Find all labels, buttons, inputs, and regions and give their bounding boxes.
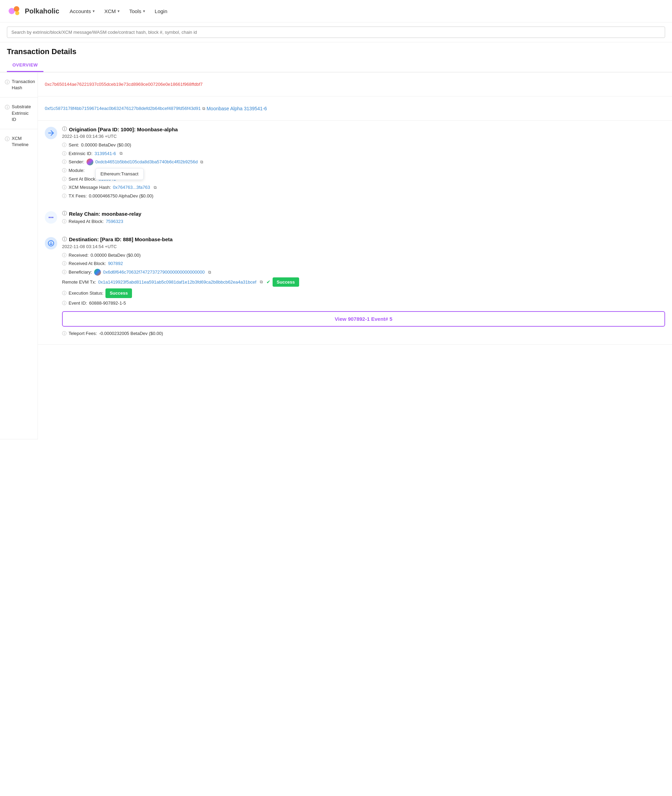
substrate-extrinsic-cell: 0xf1c5873178f4bb71596714eac0b632476127b8… bbox=[38, 96, 672, 121]
nav-accounts[interactable]: Accounts ▼ bbox=[66, 6, 99, 16]
relay-help-icon[interactable]: ⓘ bbox=[62, 211, 67, 217]
copy-beneficiary-icon[interactable]: ⧉ bbox=[208, 269, 211, 275]
tools-arrow-icon: ▼ bbox=[142, 9, 146, 13]
ethereum-transact-tooltip: Ethereum:Transact bbox=[96, 168, 144, 180]
origination-help-icon[interactable]: ⓘ bbox=[62, 126, 67, 132]
beneficiary-avatar bbox=[94, 269, 101, 276]
transaction-hash-value[interactable]: 0xc7b650144ae76221937c055dceb19e73cd8969… bbox=[45, 82, 203, 87]
relay-section: ⓘ Relay Chain: moonbase-relay ⓘ Relayed … bbox=[45, 211, 665, 227]
logo-text: Polkaholic bbox=[25, 7, 59, 15]
logo: Polkaholic bbox=[7, 3, 59, 19]
xcm-arrow-icon: ▼ bbox=[117, 9, 120, 13]
sender-tooltip-wrap: 0xdcb4651b5bbd105cda8d3ba5740b6c4f02b925… bbox=[96, 158, 204, 165]
label-transaction-hash: ⓘ Transaction Hash bbox=[0, 72, 38, 98]
copy-extrinsic-icon[interactable]: ⧉ bbox=[120, 150, 123, 157]
sender-address[interactable]: 0xdcb4651b5bbd105cda8d3ba5740b6c4f02b925… bbox=[96, 159, 198, 165]
help-icon-xcm[interactable]: ⓘ bbox=[5, 136, 10, 142]
tab-overview[interactable]: OVERVIEW bbox=[7, 59, 43, 72]
destination-icon bbox=[45, 237, 57, 249]
svg-point-1 bbox=[14, 6, 19, 12]
substrate-hash-value[interactable]: 0xf1c5873178f4bb71596714eac0b632476127b8… bbox=[45, 106, 201, 111]
svg-point-2 bbox=[15, 11, 19, 15]
received-at-block-link[interactable]: 907892 bbox=[108, 260, 123, 267]
accounts-arrow-icon: ▼ bbox=[92, 9, 96, 13]
nav-tools[interactable]: Tools ▼ bbox=[126, 6, 149, 16]
svg-point-4 bbox=[49, 217, 50, 218]
remote-evm-tx-link[interactable]: 0x1a1419923f5abd811ea591ab5c0981daf1e12b… bbox=[98, 279, 256, 286]
teleport-fees-help-icon[interactable]: ⓘ bbox=[62, 330, 67, 337]
origination-sender-row: ⓘ Sender: 0xdcb4651b5bbd105cda8d3ba5740b… bbox=[62, 158, 203, 165]
logo-icon bbox=[7, 3, 22, 19]
sender-help-icon[interactable]: ⓘ bbox=[62, 158, 67, 165]
destination-title: ⓘ Destination: [Para ID: 888] Moonbase-b… bbox=[62, 237, 665, 243]
extrinsic-help-icon[interactable]: ⓘ bbox=[62, 150, 67, 157]
values-column: 0xc7b650144ae76221937c055dceb19e73cd8969… bbox=[38, 72, 672, 440]
page-title: Transaction Details bbox=[0, 42, 672, 59]
help-icon-tx-hash[interactable]: ⓘ bbox=[5, 79, 10, 85]
beneficiary-help-icon[interactable]: ⓘ bbox=[62, 269, 67, 276]
svg-point-6 bbox=[52, 217, 53, 218]
origination-extrinsic-row: ⓘ Extrinsic ID: 3139541-6 ⧉ bbox=[62, 150, 203, 157]
origination-icon bbox=[45, 127, 57, 139]
sent-at-block-help-icon[interactable]: ⓘ bbox=[62, 176, 67, 183]
label-substrate-extrinsic: ⓘ Substrate Extrinsic ID bbox=[0, 98, 38, 129]
success-check-icon: ✔ bbox=[266, 278, 270, 286]
relay-block-row: ⓘ Relayed At Block: 7596323 bbox=[62, 218, 141, 225]
xcm-timeline-cell: ⓘ Origination [Para ID: 1000]: Moonbase-… bbox=[38, 121, 672, 345]
origination-sent-row: ⓘ Sent: 0.00000 BetaDev ($0.00) bbox=[62, 142, 203, 149]
module-help-icon[interactable]: ⓘ bbox=[62, 167, 67, 174]
destination-execution-status-row: ⓘ Execution Status: Success bbox=[62, 288, 665, 298]
extrinsic-id-link[interactable]: 3139541-6 bbox=[94, 150, 116, 157]
nav-links: Accounts ▼ XCM ▼ Tools ▼ Login bbox=[66, 6, 171, 16]
label-xcm-timeline: ⓘ XCM Timeline bbox=[0, 129, 38, 440]
destination-remote-evm-row: Remote EVM Tx: 0x1a1419923f5abd811ea591a… bbox=[62, 277, 665, 287]
xcm-hash-link[interactable]: 0x764763...3fa763 bbox=[113, 184, 150, 191]
origination-title: ⓘ Origination [Para ID: 1000]: Moonbase-… bbox=[62, 126, 203, 132]
execution-status-help-icon[interactable]: ⓘ bbox=[62, 290, 67, 297]
destination-teleport-fees-row: ⓘ Teleport Fees: -0.0000232005 BetaDev (… bbox=[62, 330, 665, 337]
origination-section: ⓘ Origination [Para ID: 1000]: Moonbase-… bbox=[45, 126, 665, 201]
destination-received-at-block-row: ⓘ Received At Block: 907892 bbox=[62, 260, 665, 267]
destination-section: ⓘ Destination: [Para ID: 888] Moonbase-b… bbox=[45, 237, 665, 339]
sent-help-icon[interactable]: ⓘ bbox=[62, 142, 67, 149]
copy-substrate-hash-icon[interactable]: ⧉ bbox=[202, 106, 205, 111]
destination-time: 2022-11-08 03:14:54 +UTC bbox=[62, 244, 665, 249]
received-help-icon[interactable]: ⓘ bbox=[62, 252, 67, 259]
relay-block-link[interactable]: 7596323 bbox=[106, 218, 123, 225]
moonbase-alpha-link[interactable]: Moonbase Alpha 3139541-6 bbox=[206, 106, 267, 111]
origination-time: 2022-11-08 03:14:36 +UTC bbox=[62, 134, 203, 139]
relay-block-help-icon[interactable]: ⓘ bbox=[62, 218, 67, 225]
relay-title: ⓘ Relay Chain: moonbase-relay bbox=[62, 211, 141, 217]
xcm-hash-help-icon[interactable]: ⓘ bbox=[62, 184, 67, 191]
view-event-button[interactable]: View 907892-1 Event# 5 bbox=[62, 311, 665, 327]
main-content: ⓘ Transaction Hash ⓘ Substrate Extrinsic… bbox=[0, 72, 672, 440]
nav-login[interactable]: Login bbox=[151, 6, 171, 16]
event-id-help-icon[interactable]: ⓘ bbox=[62, 300, 67, 307]
destination-event-id-row: ⓘ Event ID: 60888-907892-1-5 bbox=[62, 300, 665, 307]
beneficiary-address[interactable]: 0x6d6f646c70632f747273727900000000000000… bbox=[103, 269, 205, 276]
origination-tx-fees-row: ⓘ TX Fees: 0.0000466750 AlphaDev ($0.00) bbox=[62, 193, 203, 200]
search-bar bbox=[0, 22, 672, 42]
transaction-hash-cell: 0xc7b650144ae76221937c055dceb19e73cd8969… bbox=[38, 72, 672, 96]
relay-body: ⓘ Relay Chain: moonbase-relay ⓘ Relayed … bbox=[62, 211, 141, 227]
help-icon-substrate[interactable]: ⓘ bbox=[5, 104, 10, 110]
origination-body: ⓘ Origination [Para ID: 1000]: Moonbase-… bbox=[62, 126, 203, 201]
execution-status-badge: Success bbox=[106, 288, 132, 298]
copy-xcm-hash-icon[interactable]: ⧉ bbox=[154, 184, 157, 190]
navbar: Polkaholic Accounts ▼ XCM ▼ Tools ▼ Logi… bbox=[0, 0, 672, 22]
tabs: OVERVIEW bbox=[0, 59, 672, 72]
tx-fees-help-icon[interactable]: ⓘ bbox=[62, 193, 67, 200]
relay-icon bbox=[45, 211, 57, 224]
copy-sender-icon[interactable]: ⧉ bbox=[200, 159, 203, 165]
origination-xcm-hash-row: ⓘ XCM Message Hash: 0x764763...3fa763 ⧉ bbox=[62, 184, 203, 191]
received-at-block-help-icon[interactable]: ⓘ bbox=[62, 260, 67, 267]
destination-beneficiary-row: ⓘ Beneficiary: 0x6d6f646c70632f747273727… bbox=[62, 269, 665, 276]
destination-body: ⓘ Destination: [Para ID: 888] Moonbase-b… bbox=[62, 237, 665, 339]
destination-help-icon[interactable]: ⓘ bbox=[62, 237, 67, 243]
copy-remote-evm-icon[interactable]: ⧉ bbox=[260, 279, 263, 285]
search-input[interactable] bbox=[7, 27, 665, 38]
nav-xcm[interactable]: XCM ▼ bbox=[101, 6, 124, 16]
sender-avatar bbox=[86, 158, 93, 165]
remote-evm-success-badge: Success bbox=[273, 277, 299, 287]
svg-point-5 bbox=[50, 217, 52, 218]
